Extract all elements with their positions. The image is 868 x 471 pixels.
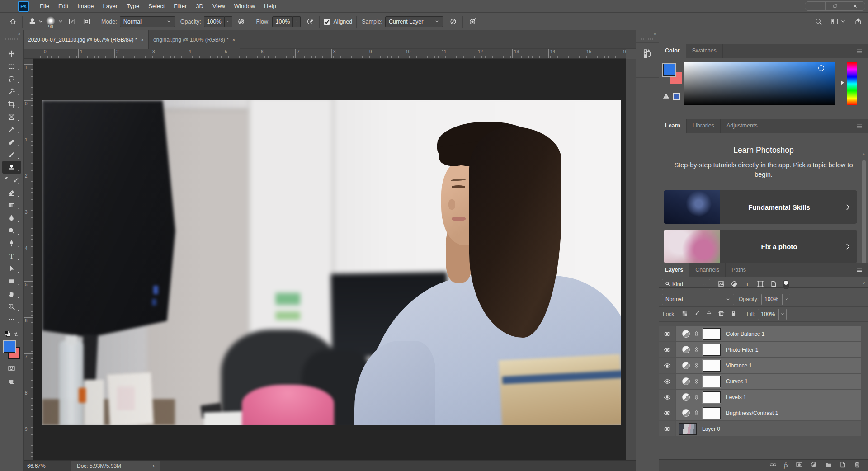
crop-tool[interactable] xyxy=(2,98,21,110)
canvas-pasteboard[interactable] xyxy=(33,59,626,460)
object-selection-tool[interactable] xyxy=(2,85,21,98)
lock-all-icon[interactable] xyxy=(730,310,737,318)
hue-slider[interactable] xyxy=(847,62,857,105)
chevron-down-icon[interactable] xyxy=(57,16,64,27)
sample-select[interactable]: Current Layer xyxy=(385,16,443,27)
layer-mask-thumbnail[interactable] xyxy=(703,328,721,340)
panel-menu-icon[interactable] xyxy=(851,44,868,58)
vertical-ruler[interactable]: 10123456789 xyxy=(24,59,33,460)
layer-visibility-eye-icon[interactable] xyxy=(659,358,676,373)
pressure-opacity-icon[interactable] xyxy=(236,16,247,27)
horizontal-ruler[interactable]: 012345678910111213141516 xyxy=(24,49,626,59)
mask-link-icon[interactable] xyxy=(694,393,699,401)
menu-edit[interactable]: Edit xyxy=(54,0,73,13)
gamut-color-swatch[interactable] xyxy=(673,93,680,100)
panel-menu-icon[interactable] xyxy=(851,263,868,277)
opacity-input[interactable]: 100% xyxy=(204,16,225,27)
mask-link-icon[interactable] xyxy=(694,346,699,353)
mask-link-icon[interactable] xyxy=(694,377,699,385)
history-panel-icon[interactable] xyxy=(636,42,659,78)
document-tab-1[interactable]: original.png @ 100% (RGB/8) *× xyxy=(149,30,240,49)
layer-visibility-eye-icon[interactable] xyxy=(659,421,676,436)
history-brush-tool[interactable] xyxy=(2,174,21,186)
expand-toolbar-icon[interactable]: » xyxy=(0,30,23,36)
lock-transparency-icon[interactable] xyxy=(681,310,688,318)
menu-help[interactable]: Help xyxy=(259,0,281,13)
brush-preview[interactable]: 90 xyxy=(44,16,57,29)
canvas-vertical-scrollbar[interactable] xyxy=(626,59,636,460)
frame-tool[interactable] xyxy=(2,110,21,123)
panel-menu-icon[interactable] xyxy=(851,119,868,133)
color-tab-color[interactable]: Color xyxy=(659,44,686,58)
learn-card-0[interactable]: Fundamental Skills xyxy=(664,190,857,224)
menu-file[interactable]: File xyxy=(35,0,54,13)
lasso-tool[interactable] xyxy=(2,72,21,85)
scrollbar-thumb[interactable] xyxy=(862,160,866,277)
screen-mode-icon[interactable] xyxy=(0,378,23,385)
restore-button[interactable] xyxy=(825,2,845,10)
close-tab-icon[interactable]: × xyxy=(141,37,143,42)
status-expand-icon[interactable]: › xyxy=(153,462,155,469)
pen-tool[interactable] xyxy=(2,237,21,250)
chevron-down-icon[interactable] xyxy=(293,16,301,27)
close-tab-icon[interactable]: × xyxy=(232,37,235,42)
mask-link-icon[interactable] xyxy=(694,409,699,417)
menu-type[interactable]: Type xyxy=(122,0,144,13)
learn-tab-learn[interactable]: Learn xyxy=(659,119,687,133)
adjustment-layer-icon[interactable] xyxy=(682,393,690,401)
spot-healing-brush-tool[interactable] xyxy=(2,136,21,148)
zoom-tool[interactable] xyxy=(2,300,21,313)
gradient-tool[interactable] xyxy=(2,199,21,212)
gamut-warning-icon[interactable] xyxy=(662,92,670,102)
clone-stamp-tool[interactable] xyxy=(2,161,21,174)
layers-tab-channels[interactable]: Channels xyxy=(689,263,726,277)
layer-visibility-eye-icon[interactable] xyxy=(659,405,676,420)
close-button[interactable] xyxy=(845,2,865,10)
home-icon[interactable] xyxy=(7,16,18,27)
delete-layer-icon[interactable] xyxy=(854,461,861,470)
layer-mask-thumbnail[interactable] xyxy=(703,407,721,419)
menu-layer[interactable]: Layer xyxy=(99,0,123,13)
type-tool[interactable]: T xyxy=(2,250,21,262)
layers-tab-paths[interactable]: Paths xyxy=(726,263,752,277)
add-layer-mask-icon[interactable] xyxy=(796,461,803,470)
layer-row-levels-1[interactable]: Levels 1 xyxy=(659,390,861,405)
blend-mode-select[interactable]: Normal xyxy=(662,294,734,305)
quick-mask-icon[interactable] xyxy=(0,365,23,372)
layer-effects-icon[interactable]: fx xyxy=(784,462,788,469)
layer-fill-input[interactable]: 100% xyxy=(758,309,779,320)
adjustment-layer-icon[interactable] xyxy=(682,362,690,369)
layer-row-vibrance-1[interactable]: Vibrance 1 xyxy=(659,358,861,373)
layer-mask-thumbnail[interactable] xyxy=(703,391,721,403)
layer-mask-thumbnail[interactable] xyxy=(703,376,721,387)
mask-link-icon[interactable] xyxy=(694,330,699,338)
new-adjustment-layer-icon[interactable] xyxy=(810,461,817,470)
move-tool[interactable] xyxy=(2,47,21,60)
layer-row-photo-filter-1[interactable]: Photo Filter 1 xyxy=(659,342,861,357)
brush-tool[interactable] xyxy=(2,148,21,161)
color-picker-ring[interactable] xyxy=(818,65,824,71)
pressure-size-icon[interactable] xyxy=(467,16,478,27)
airbrush-icon[interactable] xyxy=(304,16,315,27)
flow-input[interactable]: 100% xyxy=(272,16,293,27)
layer-row-color-balance-1[interactable]: Color Balance 1 xyxy=(659,326,861,341)
filter-toggle[interactable] xyxy=(783,280,789,289)
chevron-down-icon[interactable] xyxy=(783,294,790,305)
foreground-color-swatch[interactable] xyxy=(663,64,675,76)
layer-visibility-eye-icon[interactable] xyxy=(659,342,676,357)
learn-tab-adjustments[interactable]: Adjustments xyxy=(721,119,764,133)
search-icon[interactable] xyxy=(813,16,824,27)
eraser-tool[interactable] xyxy=(2,186,21,199)
ignore-adjustment-layers-icon[interactable] xyxy=(448,16,458,27)
layers-tab-layers[interactable]: Layers xyxy=(659,263,689,277)
kind-filter-select[interactable]: Kind xyxy=(662,279,710,290)
swap-colors-icon[interactable] xyxy=(13,331,19,339)
menu-3d[interactable]: 3D xyxy=(191,0,208,13)
chevron-down-icon[interactable] xyxy=(840,16,846,27)
clone-stamp-preset-icon[interactable] xyxy=(27,16,38,27)
link-layers-icon[interactable] xyxy=(769,461,777,470)
rectangular-marquee-tool[interactable] xyxy=(2,60,21,72)
dock-grip[interactable] xyxy=(641,38,654,40)
frame-filter-icon[interactable] xyxy=(757,280,764,289)
toggle-brush-panel-icon[interactable] xyxy=(66,16,77,27)
